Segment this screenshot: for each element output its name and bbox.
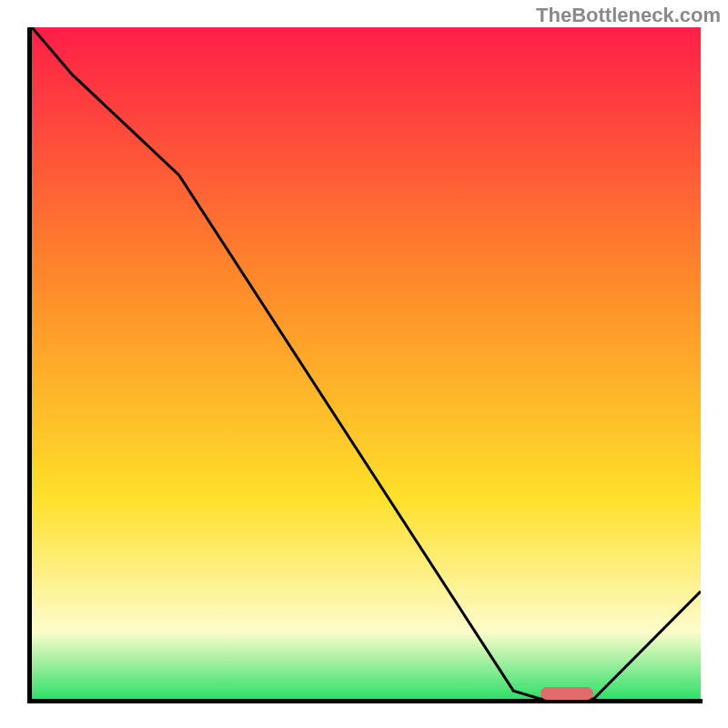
chart-container: TheBottleneck.com — [0, 0, 728, 728]
gradient-background — [32, 27, 701, 699]
x-axis — [27, 699, 703, 703]
optimal-range-indicator — [541, 687, 594, 700]
plot-area — [32, 27, 701, 699]
watermark-text: TheBottleneck.com — [536, 4, 721, 27]
